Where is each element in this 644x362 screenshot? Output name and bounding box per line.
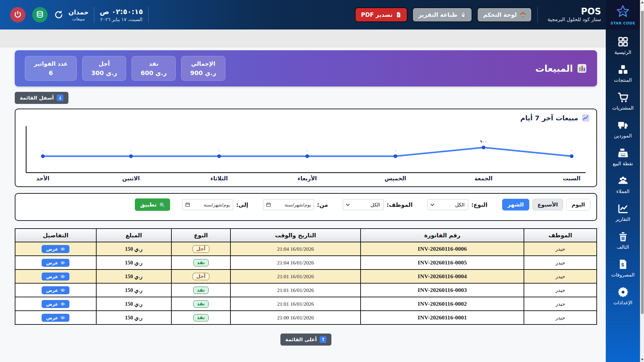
datetime-value: 21:01 16/01/2026 bbox=[277, 274, 314, 279]
datetime-value: 21:00 16/01/2026 bbox=[277, 315, 314, 320]
stat-card: أجل300 ر.ي bbox=[82, 56, 126, 81]
amount-value: 150 ر.ي bbox=[125, 274, 143, 279]
print-report-button[interactable]: طباعة التقرير bbox=[412, 7, 472, 22]
details-cell: عرض bbox=[15, 311, 96, 324]
date-from-input[interactable]: يوم/شهر/سنة bbox=[263, 199, 314, 210]
column-header: التاريخ والوقت bbox=[230, 229, 361, 242]
svg-text:٩٠٠: ٩٠٠ bbox=[480, 139, 487, 144]
refresh-button[interactable] bbox=[54, 10, 63, 19]
view-details-label: عرض bbox=[46, 260, 58, 265]
cart-icon bbox=[618, 92, 629, 103]
top-navbar: </> STAR CODE POS ستار كود للحلول البرمج… bbox=[0, 0, 640, 29]
sidebar-item-home[interactable]: الرئيسية bbox=[614, 36, 631, 55]
invoice-number: INV-20260116-0006 bbox=[418, 245, 467, 252]
employee-filter-label: الموظف: bbox=[387, 201, 413, 208]
invoice-number-cell: INV-20260116-0003 bbox=[361, 283, 524, 297]
stat-value: 300 ر.ي bbox=[91, 69, 117, 76]
eye-icon bbox=[60, 274, 65, 279]
sidebar-item-reports[interactable]: التقارير bbox=[615, 203, 630, 222]
printer-icon bbox=[460, 12, 466, 18]
sidebar-item-suppliers[interactable]: الموردين bbox=[614, 120, 632, 138]
employee-filter-select[interactable]: الكل bbox=[343, 199, 384, 210]
view-details-button[interactable]: عرض bbox=[42, 286, 69, 294]
period-button-2[interactable]: الشهر bbox=[502, 199, 529, 210]
scrollbar-thumb[interactable] bbox=[641, 11, 644, 314]
magnifier-icon bbox=[159, 202, 165, 207]
dashboard-label: لوحة التحكم bbox=[483, 11, 517, 18]
sales-header: المبيعات الإجمالي900 ر.ينقد600 ر.يأجل300… bbox=[15, 50, 597, 86]
svg-text:$: $ bbox=[621, 262, 624, 267]
period-button-1[interactable]: الأسبوع bbox=[532, 199, 564, 210]
sidebar-item-label: الإعدادات bbox=[613, 300, 633, 305]
dashboard-button[interactable]: لوحة التحكم bbox=[477, 7, 532, 22]
chart-increasing-icon bbox=[582, 114, 590, 122]
table-row: حيدرINV-20260116-000421:01 16/01/2026أجل… bbox=[15, 269, 597, 283]
eye-icon bbox=[60, 260, 65, 265]
sidebar-item-pos[interactable]: نقطة البيع bbox=[613, 147, 633, 166]
view-details-button[interactable]: عرض bbox=[42, 314, 69, 322]
table-row: حيدرINV-20260116-000121:00 16/01/2026نقد… bbox=[15, 311, 597, 324]
eye-icon bbox=[60, 315, 65, 320]
scroll-to-top-button[interactable]: أعلى القائمة bbox=[280, 334, 332, 346]
chevron-down-icon bbox=[346, 202, 350, 206]
amount-value: 150 ر.ي bbox=[125, 246, 143, 252]
scroll-to-bottom-button[interactable]: أسفل القائمة bbox=[15, 92, 68, 104]
type-cell: نقد bbox=[171, 256, 230, 269]
sidebar-item-products[interactable]: المنتجات bbox=[614, 64, 632, 83]
view-details-button[interactable]: عرض bbox=[42, 245, 69, 253]
boxes-icon bbox=[618, 64, 629, 75]
column-header: المبلغ bbox=[96, 229, 171, 242]
view-details-button[interactable]: عرض bbox=[42, 300, 69, 308]
sidebar-item-label: المصروفات bbox=[611, 272, 634, 278]
column-header: رقم الفاتورة bbox=[361, 229, 524, 242]
scrollbar-down-arrow[interactable] bbox=[640, 357, 644, 362]
type-filter-select[interactable]: الكل bbox=[427, 199, 468, 210]
amount-value: 150 ر.ي bbox=[125, 315, 143, 320]
type-cell: نقد bbox=[171, 311, 230, 324]
amount-value: 150 ر.ي bbox=[125, 287, 143, 293]
type-cell: أجل bbox=[171, 269, 230, 283]
house-icon bbox=[520, 12, 526, 18]
sidebar-item-expenses[interactable]: $المصروفات bbox=[611, 259, 634, 278]
scroll-to-bottom-label: أسفل القائمة bbox=[20, 95, 54, 101]
details-cell: عرض bbox=[15, 283, 96, 297]
svg-text:الجمعة: الجمعة bbox=[475, 175, 493, 182]
view-details-button[interactable]: عرض bbox=[42, 259, 69, 267]
sidebar-item-label: العملاء bbox=[616, 189, 629, 194]
apply-filter-button[interactable]: تطبيق bbox=[135, 198, 170, 211]
database-button[interactable] bbox=[32, 7, 48, 22]
column-header: الموظف bbox=[524, 229, 597, 242]
datetime-cell: 21:01 16/01/2026 bbox=[230, 269, 361, 283]
type-cell: نقد bbox=[171, 297, 230, 311]
svg-text:السبت: السبت bbox=[563, 175, 581, 182]
employee-cell: حيدر bbox=[524, 311, 597, 324]
date-to-input[interactable]: يوم/شهر/سنة bbox=[182, 199, 233, 210]
power-button[interactable] bbox=[10, 7, 25, 22]
divider bbox=[94, 7, 94, 23]
scrollbar-up-arrow[interactable] bbox=[640, 0, 644, 5]
period-button-0[interactable]: اليوم bbox=[566, 199, 590, 210]
invoice-number-cell: INV-20260116-0001 bbox=[361, 311, 524, 324]
user-name: حمدان bbox=[68, 8, 89, 16]
table-row: حيدرINV-20260116-000321:01 16/01/2026نقد… bbox=[15, 283, 597, 297]
type-filter-label: النوع: bbox=[471, 201, 487, 208]
eye-icon bbox=[60, 288, 65, 293]
sidebar-item-purchases[interactable]: المشتريات bbox=[612, 92, 634, 111]
document-icon bbox=[395, 12, 401, 18]
view-details-button[interactable]: عرض bbox=[42, 273, 69, 281]
view-details-label: عرض bbox=[46, 315, 58, 320]
stat-label: أجل bbox=[91, 60, 117, 67]
calendar-icon[interactable] bbox=[266, 202, 271, 207]
calendar-icon[interactable] bbox=[185, 202, 190, 207]
sidebar-item-customers[interactable]: العملاء bbox=[616, 175, 629, 194]
type-badge: أجل bbox=[193, 273, 209, 280]
sidebar-item-label: الموردين bbox=[614, 133, 632, 138]
chart-line-icon bbox=[618, 203, 629, 214]
export-pdf-button[interactable]: تصدير PDF bbox=[355, 7, 408, 22]
employee-cell: حيدر bbox=[524, 297, 597, 311]
navbar-actions: لوحة التحكمطباعة التقريرتصدير PDF bbox=[355, 7, 532, 22]
sidebar-item-settings[interactable]: الإعدادات bbox=[613, 287, 633, 305]
grid-icon bbox=[618, 36, 629, 47]
sidebar-item-damaged[interactable]: التالف bbox=[617, 231, 629, 250]
svg-text:٠: ٠ bbox=[571, 148, 573, 153]
